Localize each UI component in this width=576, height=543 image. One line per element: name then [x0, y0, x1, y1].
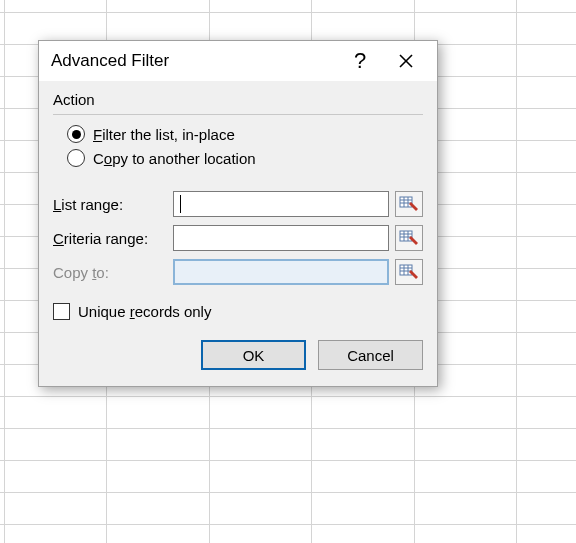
- help-button[interactable]: ?: [337, 45, 383, 77]
- criteria-range-label: Criteria range:: [53, 230, 173, 247]
- radio-label: Copy to another location: [93, 150, 256, 167]
- copy-to-label: Copy to:: [53, 264, 173, 281]
- radio-label: Filter the list, in-place: [93, 126, 235, 143]
- radio-filter-in-place[interactable]: Filter the list, in-place: [67, 125, 423, 143]
- action-group-label: Action: [53, 91, 423, 108]
- list-range-picker-button[interactable]: [395, 191, 423, 217]
- unique-records-checkbox[interactable]: Unique records only: [53, 303, 423, 320]
- copy-to-picker-button: [395, 259, 423, 285]
- radio-copy-location[interactable]: Copy to another location: [67, 149, 423, 167]
- svg-rect-2: [400, 197, 412, 207]
- range-picker-icon: [399, 263, 419, 281]
- text-caret: [180, 195, 181, 213]
- checkbox-label: Unique records only: [78, 303, 211, 320]
- advanced-filter-dialog: Advanced Filter ? Action Filter the list…: [38, 40, 438, 387]
- radio-icon: [67, 125, 85, 143]
- checkbox-icon: [53, 303, 70, 320]
- criteria-range-input[interactable]: [173, 225, 389, 251]
- range-picker-icon: [399, 195, 419, 213]
- close-button[interactable]: [383, 45, 429, 77]
- list-range-input[interactable]: [173, 191, 389, 217]
- radio-icon: [67, 149, 85, 167]
- dialog-title-bar[interactable]: Advanced Filter ?: [39, 41, 437, 81]
- criteria-range-picker-button[interactable]: [395, 225, 423, 251]
- dialog-title: Advanced Filter: [51, 51, 337, 71]
- list-range-label: List range:: [53, 196, 173, 213]
- cancel-button[interactable]: Cancel: [318, 340, 423, 370]
- close-icon: [398, 53, 414, 69]
- range-picker-icon: [399, 229, 419, 247]
- divider: [53, 114, 423, 115]
- svg-rect-7: [400, 231, 412, 241]
- copy-to-input: [173, 259, 389, 285]
- ok-button[interactable]: OK: [201, 340, 306, 370]
- svg-rect-12: [400, 265, 412, 275]
